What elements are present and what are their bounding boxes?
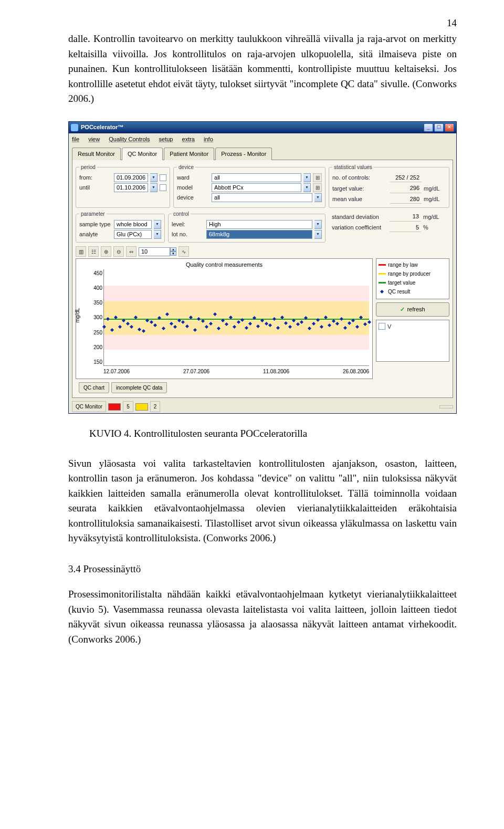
from-checkbox[interactable]: [160, 174, 166, 181]
from-dropdown-icon[interactable]: ▼: [150, 173, 158, 182]
status-label: QC Monitor: [72, 401, 106, 412]
app-window: POCcelerator™ _ ☐ ✕ file view Quality Co…: [68, 121, 457, 414]
legend-target: target value: [388, 279, 415, 287]
level-dropdown-icon[interactable]: ▼: [314, 220, 322, 229]
count-value: 252 / 252: [390, 173, 422, 183]
ward-dropdown-icon[interactable]: ▼: [303, 173, 311, 182]
menu-extra[interactable]: extra: [182, 136, 195, 142]
ward-select[interactable]: all: [212, 173, 301, 182]
count-label: no. of controls:: [332, 173, 390, 182]
tab-result-monitor[interactable]: Result Monitor: [72, 148, 121, 160]
stats-legend: statistical values: [332, 163, 374, 171]
tool-fit-icon[interactable]: ⇔: [126, 246, 136, 257]
control-fieldset: control level:High▼ lot no.68mk8g▼: [168, 210, 326, 243]
mean-value: 280: [390, 195, 422, 204]
tool-table-icon[interactable]: ☷: [88, 246, 99, 257]
paragraph-3: Prosessimonitorilistalta nähdään kaikki …: [68, 587, 457, 647]
qc-chart: Quality control measurements mg/dL 45040…: [76, 258, 373, 379]
period-fieldset: period from: 01.09.2006▼ until 01.10.200…: [76, 163, 170, 208]
tool-zoom-out-icon[interactable]: ⊖: [113, 246, 124, 257]
device-label: device: [177, 193, 209, 202]
legend-law: range by law: [388, 261, 418, 269]
level-select[interactable]: High: [206, 220, 312, 229]
btab-incomplete[interactable]: incomplete QC data: [111, 382, 167, 393]
y-axis-label: mg/dL: [74, 308, 81, 323]
target-label: target value:: [332, 184, 390, 193]
analyte-dropdown-icon[interactable]: ▼: [154, 230, 161, 239]
menu-file[interactable]: file: [72, 136, 79, 142]
analyte-select[interactable]: Glu (PCx): [114, 230, 152, 239]
paragraph-2: Sivun yläosasta voi valita tarkasteltavi…: [68, 456, 457, 546]
cv-unit: %: [423, 223, 428, 232]
spinner-down-icon[interactable]: ▼: [170, 251, 176, 256]
device-select[interactable]: all: [212, 193, 312, 202]
tab-prozess-monitor[interactable]: Prozess - Monitor: [215, 148, 272, 160]
mean-label: mean value: [332, 195, 390, 204]
legend-swatch-producer: [379, 273, 386, 275]
spinner-up-icon[interactable]: ▲: [170, 247, 176, 251]
until-label: until: [79, 183, 112, 192]
legend-swatch-target: [379, 282, 386, 284]
btab-qc-chart[interactable]: QC chart: [79, 382, 109, 393]
maximize-button[interactable]: ☐: [434, 123, 444, 132]
sample-select[interactable]: whole blood: [114, 220, 152, 229]
app-icon: [71, 124, 78, 131]
v-checkbox[interactable]: [379, 323, 385, 330]
tool-chart-icon[interactable]: ▥: [76, 246, 86, 257]
x-axis-ticks: 12.07.200627.07.200611.08.200626.08.2006: [103, 368, 369, 375]
sd-unit: mg/dL: [423, 213, 439, 222]
menubar: file view Quality Controls setup extra i…: [69, 133, 456, 145]
tool-graph-icon[interactable]: ∿: [178, 246, 189, 257]
tab-qc-monitor[interactable]: QC Monitor: [122, 148, 163, 160]
tool-zoom-in-icon[interactable]: ⊕: [101, 246, 111, 257]
analyte-label: analyte: [79, 230, 112, 239]
chart-title: Quality control measurements: [76, 260, 372, 269]
from-input[interactable]: 01.09.2006: [114, 173, 148, 182]
model-tree-icon[interactable]: ⊞: [313, 183, 322, 192]
minimize-button[interactable]: _: [424, 123, 433, 132]
lot-dropdown-icon[interactable]: ▼: [314, 230, 322, 239]
legend-box: range by law range by producer target va…: [376, 258, 449, 299]
close-button[interactable]: ✕: [445, 123, 454, 132]
parameter-legend: parameter: [79, 210, 107, 218]
plot-area: [103, 269, 369, 366]
figure-caption: KUVIO 4. Kontrollitulosten seuranta POCc…: [68, 426, 457, 442]
cv-label: variation coefficient: [332, 223, 390, 232]
menu-setup[interactable]: setup: [159, 136, 173, 142]
chart-toolbar: ▥ ☷ ⊕ ⊖ ⇔ 10▲▼ ∿: [76, 245, 449, 258]
from-label: from:: [79, 173, 112, 182]
level-label: level:: [172, 220, 204, 229]
legend-qc: QC result: [388, 288, 410, 296]
heading-3-4: 3.4 Prosessinäyttö: [68, 562, 457, 577]
menu-quality-controls[interactable]: Quality Controls: [109, 136, 150, 142]
ward-label: ward: [177, 173, 209, 182]
menu-info[interactable]: info: [204, 136, 213, 142]
sample-dropdown-icon[interactable]: ▼: [154, 220, 161, 229]
status-bar: QC Monitor 5 2: [69, 400, 456, 413]
model-select[interactable]: Abbott PCx: [212, 183, 301, 192]
target-value: 296: [390, 184, 422, 193]
lot-select[interactable]: 68mk8g: [206, 230, 312, 239]
until-checkbox[interactable]: [160, 184, 166, 191]
tool-spinner[interactable]: 10▲▼: [139, 247, 176, 256]
refresh-button[interactable]: ✓refresh: [376, 302, 449, 317]
period-legend: period: [79, 163, 97, 171]
titlebar: POCcelerator™ _ ☐ ✕: [69, 122, 456, 133]
parameter-fieldset: parameter sample typewhole blood▼ analyt…: [76, 210, 165, 243]
legend-producer: range by producer: [388, 270, 430, 278]
menu-view[interactable]: view: [88, 136, 100, 142]
until-input[interactable]: 01.10.2006: [114, 183, 148, 192]
status-yellow-count: 2: [150, 401, 161, 412]
tab-patient-monitor[interactable]: Patient Monitor: [164, 148, 214, 160]
stats-fieldset: statistical values no. of controls:252 /…: [329, 163, 449, 208]
control-legend: control: [172, 210, 191, 218]
until-dropdown-icon[interactable]: ▼: [150, 183, 158, 192]
ward-tree-icon[interactable]: ⊞: [313, 173, 322, 182]
legend-swatch-qc: [380, 290, 384, 293]
v-list: V: [376, 320, 449, 362]
model-dropdown-icon[interactable]: ▼: [303, 183, 311, 192]
paragraph-1: dalle. Kontrollin tavoitearvo on merkitt…: [68, 32, 457, 107]
sample-label: sample type: [79, 220, 112, 229]
tab-content: period from: 01.09.2006▼ until 01.10.200…: [72, 160, 453, 398]
device-dropdown-icon[interactable]: ▼: [314, 193, 322, 202]
